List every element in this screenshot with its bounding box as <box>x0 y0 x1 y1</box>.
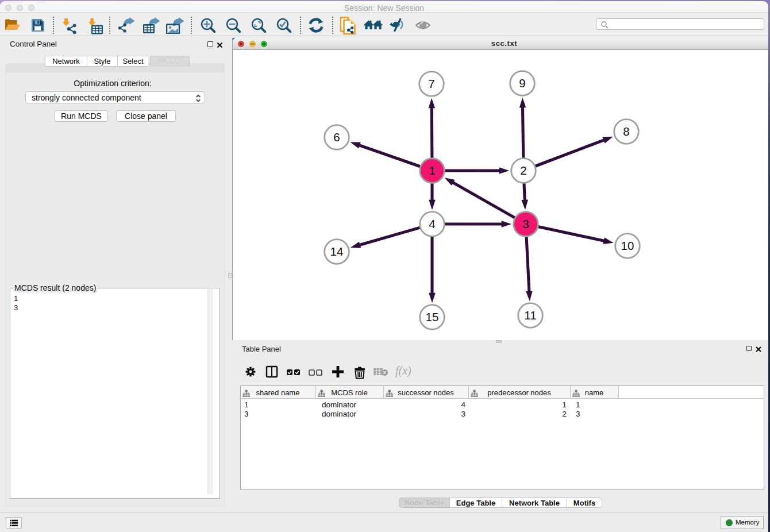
svg-text:1: 1 <box>429 164 435 177</box>
svg-text:4: 4 <box>429 217 435 230</box>
svg-text:15: 15 <box>426 310 439 323</box>
svg-text:2: 2 <box>520 164 526 177</box>
svg-text:14: 14 <box>330 245 344 258</box>
svg-text:6: 6 <box>333 130 340 144</box>
svg-text:3: 3 <box>522 217 529 230</box>
svg-text:10: 10 <box>621 239 634 252</box>
svg-text:8: 8 <box>623 125 629 138</box>
svg-text:7: 7 <box>428 77 434 90</box>
svg-text:11: 11 <box>524 309 536 322</box>
svg-text:9: 9 <box>519 76 525 90</box>
